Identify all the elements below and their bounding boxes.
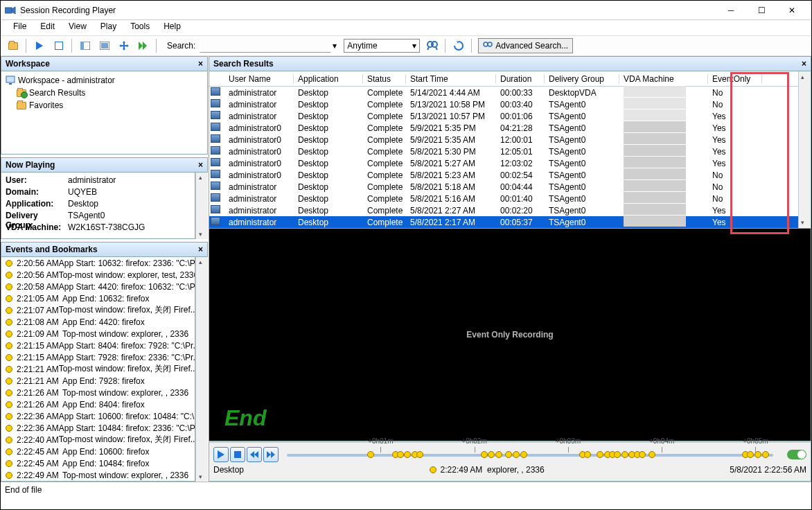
close-button[interactable]: ✕	[777, 1, 807, 20]
open-folder-button[interactable]	[5, 37, 21, 54]
event-row[interactable]: 2:21:08 AMApp End: 4420: firefox	[1, 316, 195, 328]
live-toggle[interactable]	[787, 450, 806, 459]
menu-edit[interactable]: Edit	[33, 20, 62, 35]
table-row[interactable]: administrator0DesktopComplete5/9/2021 5:…	[209, 122, 798, 134]
view-mode-1-button[interactable]	[77, 37, 94, 54]
event-row[interactable]: 2:21:15 AMApp Start: 7928: firefox: 2336…	[1, 351, 195, 363]
ctrl-forward-button[interactable]	[263, 447, 279, 462]
event-row[interactable]: 2:21:21 AMApp End: 7928: firefox	[1, 375, 195, 387]
menu-view[interactable]: View	[62, 20, 94, 35]
minimize-button[interactable]: ─	[716, 1, 746, 20]
timeline-event-dot[interactable]	[404, 451, 411, 458]
col-grp[interactable]: Delivery Group	[545, 74, 619, 84]
table-row[interactable]: administratorDesktopComplete5/14/2021 4:…	[209, 87, 798, 98]
event-row[interactable]: 2:21:15 AMApp Start: 8404: firefox: 7928…	[1, 340, 195, 351]
timeline-event-dot[interactable]	[397, 451, 404, 458]
event-row[interactable]: 2:22:45 AMApp End: 10600: firefox	[1, 446, 195, 457]
view-mode-2-button[interactable]	[96, 37, 113, 54]
events-close-button[interactable]: ×	[198, 245, 203, 254]
col-vda[interactable]: VDA Machine	[619, 74, 708, 84]
timeline-event-dot[interactable]	[513, 451, 520, 458]
table-row[interactable]: administratorDesktopComplete5/8/2021 5:1…	[209, 193, 798, 204]
event-row[interactable]: 2:22:40 AMTop-most window: firefox, 关闭 F…	[1, 434, 195, 446]
table-row[interactable]: administratorDesktopComplete5/8/2021 5:1…	[209, 181, 798, 193]
ctrl-play-button[interactable]	[213, 447, 229, 462]
ctrl-stop-button[interactable]	[230, 447, 245, 462]
event-row[interactable]: 2:22:45 AMApp End: 10484: firefox	[1, 457, 195, 469]
col-eventonly[interactable]: EventOnly	[708, 74, 762, 84]
menu-help[interactable]: Help	[157, 20, 188, 35]
event-row[interactable]: 2:22:36 AMApp Start: 10600: firefox: 104…	[1, 410, 195, 422]
table-row[interactable]: administrator0DesktopComplete5/8/2021 5:…	[209, 157, 798, 169]
timeline-event-dot[interactable]	[584, 451, 591, 458]
timeline-event-dot[interactable]	[520, 451, 527, 458]
timeline-event-dot[interactable]	[614, 451, 621, 458]
event-row[interactable]: 2:21:26 AMApp End: 8404: firefox	[1, 398, 195, 410]
stop-button[interactable]	[51, 37, 67, 54]
col-status[interactable]: Status	[363, 74, 406, 84]
events-list[interactable]: 2:20:56 AMApp Start: 10632: firefox: 233…	[1, 257, 195, 482]
time-filter-combo[interactable]: Anytime ▾	[344, 39, 420, 53]
event-row[interactable]: 2:21:07 AMTop-most window: firefox, 关闭 F…	[1, 304, 195, 316]
table-row[interactable]: administrator0DesktopComplete5/9/2021 5:…	[209, 134, 798, 146]
ctrl-rewind-button[interactable]	[247, 447, 262, 462]
timeline-event-dot[interactable]	[639, 451, 646, 458]
menu-play[interactable]: Play	[94, 20, 123, 35]
workspace-item-favorites[interactable]: Favorites	[6, 99, 203, 112]
event-row[interactable]: 2:22:49 AMTop-most window: explorer, , 2…	[1, 469, 195, 481]
event-row[interactable]: 2:22:36 AMApp Start: 10484: firefox: 233…	[1, 422, 195, 434]
table-row[interactable]: administratorDesktopComplete5/13/2021 10…	[209, 110, 798, 122]
workspace-item-search-results[interactable]: Search Results	[6, 87, 203, 99]
event-row[interactable]: 2:20:56 AMTop-most window: explorer, tes…	[1, 269, 195, 281]
timeline-event-dot[interactable]	[621, 451, 628, 458]
menu-tools[interactable]: Tools	[123, 20, 157, 35]
timeline-event-dot[interactable]	[416, 451, 423, 458]
event-row[interactable]: 2:20:58 AMApp Start: 4420: firefox: 1063…	[1, 281, 195, 292]
timeline-event-dot[interactable]	[488, 451, 495, 458]
menu-file[interactable]: File	[6, 20, 33, 35]
maximize-button[interactable]: ☐	[746, 1, 777, 20]
table-row[interactable]: administratorDesktopComplete5/13/2021 10…	[209, 98, 798, 110]
timeline-event-dot[interactable]	[505, 451, 512, 458]
timeline-event-dot[interactable]	[495, 451, 502, 458]
timeline-event-dot[interactable]	[747, 451, 754, 458]
play-button[interactable]	[31, 37, 48, 54]
events-scrollbar[interactable]: ▴▾	[195, 257, 208, 482]
workspace-root[interactable]: Workspace - administrator	[6, 74, 203, 87]
timeline[interactable]: +0h01m+0h02m+0h03m+0h04m+0h05m	[287, 447, 780, 462]
timeline-event-dot[interactable]	[481, 451, 488, 458]
search-dropdown-arrow-icon[interactable]: ▾	[333, 41, 337, 51]
pan-button[interactable]	[116, 37, 132, 54]
workspace-close-button[interactable]: ×	[198, 59, 203, 69]
search-results-close-button[interactable]: ×	[802, 59, 806, 69]
statusbar: End of file	[1, 482, 811, 497]
event-row[interactable]: 2:20:56 AMApp Start: 10632: firefox: 233…	[1, 257, 195, 269]
timeline-event-dot[interactable]	[367, 451, 374, 458]
timeline-event-dot[interactable]	[762, 451, 769, 458]
skip-forward-button[interactable]	[135, 37, 152, 54]
timeline-event-dot[interactable]	[597, 451, 603, 458]
table-row[interactable]: administrator0DesktopComplete5/8/2021 5:…	[209, 169, 798, 181]
event-row[interactable]: 2:21:26 AMTop-most window: explorer, , 2…	[1, 387, 195, 398]
table-row[interactable]: administratorDesktopComplete5/8/2021 2:1…	[209, 216, 798, 228]
recording-icon	[211, 217, 220, 225]
col-start[interactable]: Start Time	[406, 74, 496, 84]
event-row[interactable]: 2:21:09 AMTop-most window: explorer, , 2…	[1, 328, 195, 340]
col-dur[interactable]: Duration	[496, 74, 545, 84]
col-user[interactable]: User Name	[224, 74, 294, 84]
table-row[interactable]: administratorDesktopComplete5/8/2021 2:2…	[209, 204, 798, 216]
timeline-event-dot[interactable]	[754, 451, 761, 458]
results-scrollbar[interactable]: ▴▾	[798, 71, 811, 228]
timeline-event-dot[interactable]	[648, 451, 655, 458]
now-playing-scrollbar[interactable]: ▴▾	[195, 173, 208, 239]
refresh-button[interactable]	[450, 37, 467, 54]
now-playing-close-button[interactable]: ×	[198, 160, 203, 170]
table-row[interactable]: administrator0DesktopComplete5/8/2021 5:…	[209, 146, 798, 157]
advanced-search-button[interactable]: Advanced Search...	[478, 38, 573, 53]
col-app[interactable]: Application	[294, 74, 363, 84]
svg-rect-5	[101, 43, 108, 49]
search-user-input[interactable]	[200, 39, 331, 53]
event-row[interactable]: 2:21:21 AMTop-most window: firefox, 关闭 F…	[1, 363, 195, 375]
search-go-button[interactable]	[424, 37, 441, 54]
event-row[interactable]: 2:21:05 AMApp End: 10632: firefox	[1, 292, 195, 304]
